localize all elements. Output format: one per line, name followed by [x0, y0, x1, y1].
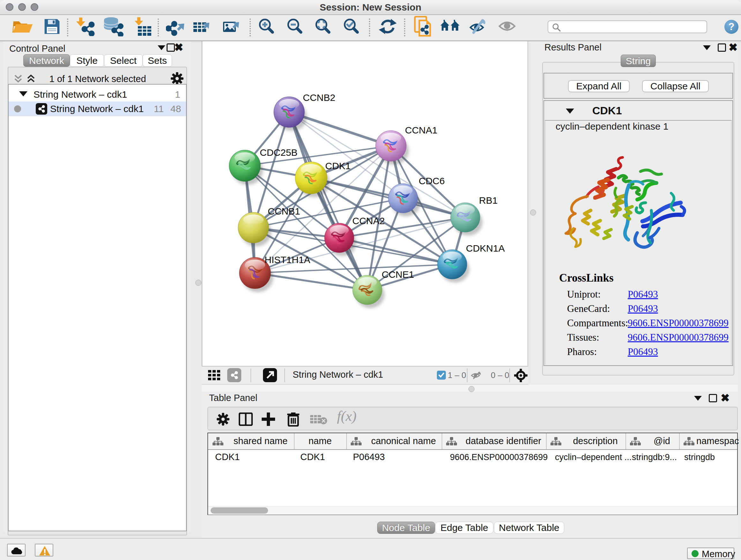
svg-text:CDKN1A: CDKN1A [466, 243, 505, 253]
svg-text:CCNB1: CCNB1 [268, 206, 300, 216]
svg-text:HIST1H1A: HIST1H1A [265, 254, 310, 265]
svg-text:CCNB2: CCNB2 [303, 92, 335, 103]
svg-text:RB1: RB1 [479, 195, 497, 206]
svg-text:CDC25B: CDC25B [260, 147, 297, 158]
svg-text:CDC6: CDC6 [419, 176, 445, 186]
svg-text:CCNE1: CCNE1 [382, 269, 414, 280]
svg-text:CCNA1: CCNA1 [405, 125, 437, 135]
svg-text:CDK1: CDK1 [325, 161, 351, 171]
svg-text:CCNA2: CCNA2 [352, 215, 385, 226]
